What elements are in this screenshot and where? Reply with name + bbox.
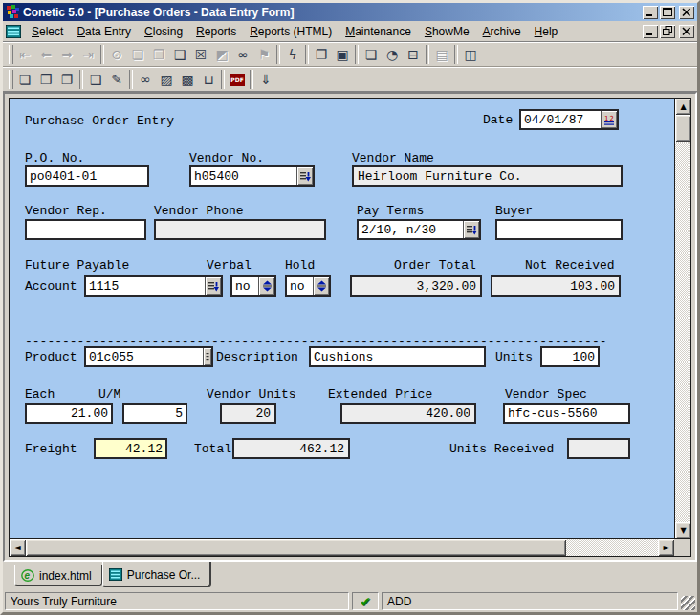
menu-maintenance[interactable]: Maintenance	[339, 23, 418, 40]
pay-terms-lookup-button[interactable]	[463, 221, 479, 238]
mdi-minimize-button[interactable]	[643, 25, 658, 38]
menu-reports-html[interactable]: Reports (HTML)	[243, 23, 339, 40]
tab-index-html[interactable]: e index.html	[14, 565, 102, 586]
po-no-input[interactable]	[27, 167, 147, 185]
resize-grip[interactable]	[681, 596, 695, 610]
vertical-scroll-thumb[interactable]	[675, 115, 690, 142]
pay-terms-label: Pay Terms	[357, 204, 424, 218]
scroll-left-button[interactable]: ◄	[10, 539, 26, 556]
execute-button[interactable]: ϟ	[282, 44, 303, 65]
menu-reports[interactable]: Reports	[189, 23, 243, 40]
units-input[interactable]	[542, 348, 598, 365]
verbal-input[interactable]	[232, 277, 258, 295]
schedule-button[interactable]: ◔	[382, 44, 403, 65]
pin-button[interactable]: ⚑	[253, 44, 274, 65]
menu-closing[interactable]: Closing	[138, 23, 189, 40]
import-button[interactable]: ⇓	[255, 69, 276, 90]
separator	[248, 69, 255, 90]
add-page-button[interactable]: ❐	[148, 44, 169, 65]
copy-window-button[interactable]: ❐	[311, 44, 332, 65]
save-button[interactable]: ▣	[332, 44, 353, 65]
preview-record-button[interactable]: ⊙	[106, 44, 127, 65]
vendor-no-input[interactable]	[191, 167, 296, 185]
find-button[interactable]: ∞	[232, 44, 253, 65]
stack-button[interactable]: ▤	[431, 44, 452, 65]
menu-archive[interactable]: Archive	[476, 23, 528, 40]
vendor-name-value: Heirloom Furniture Co.	[354, 167, 621, 185]
open-query-button[interactable]: ❑	[85, 69, 106, 90]
tab-purchase-orders[interactable]: Purchase Or...	[102, 562, 211, 587]
open-add-button[interactable]: ❒	[35, 69, 56, 90]
menu-data-entry[interactable]: Data Entry	[70, 23, 138, 40]
image-remove-button[interactable]: ▩	[177, 69, 198, 90]
pay-terms-field	[357, 219, 481, 240]
not-received-label: Not Received	[525, 258, 615, 273]
scroll-down-button[interactable]: ▼	[675, 522, 690, 538]
find-records-button[interactable]: ∞	[135, 69, 156, 90]
sign-button[interactable]: ✎	[106, 69, 127, 90]
exit-button[interactable]: ◫	[460, 44, 481, 65]
vendor-no-lookup-button[interactable]	[296, 167, 313, 185]
nav-last-button[interactable]: ⇥	[77, 44, 98, 65]
scroll-right-button[interactable]: ►	[658, 539, 674, 556]
hold-spin-button[interactable]	[313, 277, 329, 295]
product-lookup-button[interactable]	[203, 348, 211, 365]
um-input[interactable]	[124, 405, 186, 422]
date-input[interactable]	[521, 111, 601, 128]
maximize-button[interactable]	[660, 6, 675, 19]
date-field: 1 2	[519, 109, 619, 130]
mdi-close-button[interactable]	[679, 25, 694, 38]
purchase-order-form-window: Purchase Order Entry Date 1 2	[9, 98, 691, 557]
date-picker-button[interactable]: 1 2	[601, 111, 617, 128]
account-lookup-button[interactable]	[205, 277, 221, 295]
status-bar: Yours Truly Furniture ✔ ADD	[3, 589, 697, 612]
open-book-button[interactable]: ❐	[56, 69, 77, 90]
menu-select[interactable]: Select	[25, 23, 70, 40]
hold-input[interactable]	[287, 277, 313, 295]
scroll-up-button[interactable]: ▲	[675, 99, 690, 115]
horizontal-scroll-thumb[interactable]	[26, 539, 566, 556]
buyer-input[interactable]	[497, 221, 621, 238]
status-company: Yours Truly Furniture	[5, 592, 349, 610]
form-title: Purchase Order Entry	[25, 114, 174, 128]
separator	[452, 44, 460, 65]
eraser-button[interactable]: ◩	[211, 44, 232, 65]
description-input[interactable]	[311, 348, 484, 365]
pdf-export-button[interactable]: PDF	[227, 69, 248, 90]
nav-prev-button[interactable]: ⇐	[35, 44, 56, 65]
trash-button[interactable]: ⊔	[198, 69, 219, 90]
title-bar: Conetic 5.0 - [Purchase Orders - Data En…	[3, 3, 697, 21]
vendor-spec-input[interactable]	[505, 405, 628, 422]
window-button[interactable]: ❏	[361, 44, 382, 65]
nav-first-button[interactable]: ⇤	[14, 44, 35, 65]
account-input[interactable]	[86, 277, 205, 295]
freight-input[interactable]	[96, 440, 165, 457]
minimize-button[interactable]	[643, 6, 658, 19]
update-record-button[interactable]: ❏	[127, 44, 148, 65]
vertical-scrollbar[interactable]: ▲ ▼	[674, 99, 690, 538]
units-field	[540, 346, 600, 367]
image-button[interactable]: ▨	[156, 69, 177, 90]
mdi-restore-button[interactable]	[660, 25, 675, 38]
verbal-spin-button[interactable]	[258, 277, 274, 295]
vertical-scroll-track[interactable]	[675, 142, 690, 522]
add-record-button[interactable]: ❏	[14, 69, 35, 90]
close-button[interactable]	[679, 6, 694, 19]
separator	[77, 69, 85, 90]
horizontal-scroll-track[interactable]	[566, 539, 658, 556]
verbal-field	[230, 275, 276, 297]
each-field	[25, 403, 113, 424]
each-input[interactable]	[27, 405, 111, 422]
horizontal-scrollbar[interactable]: ◄ ►	[10, 539, 674, 556]
vendor-rep-input[interactable]	[27, 221, 144, 238]
menu-help[interactable]: Help	[528, 23, 565, 40]
pay-terms-input[interactable]	[359, 221, 463, 238]
menu-showme[interactable]: ShowMe	[418, 23, 476, 40]
copy-record-button[interactable]: ❑	[169, 44, 190, 65]
delete-record-button[interactable]: ☒	[190, 44, 211, 65]
document-system-icon[interactable]	[6, 25, 21, 38]
separator	[424, 44, 431, 65]
product-input[interactable]	[86, 348, 203, 365]
nav-next-button[interactable]: ⇒	[56, 44, 77, 65]
print-button[interactable]: ⊟	[403, 44, 424, 65]
